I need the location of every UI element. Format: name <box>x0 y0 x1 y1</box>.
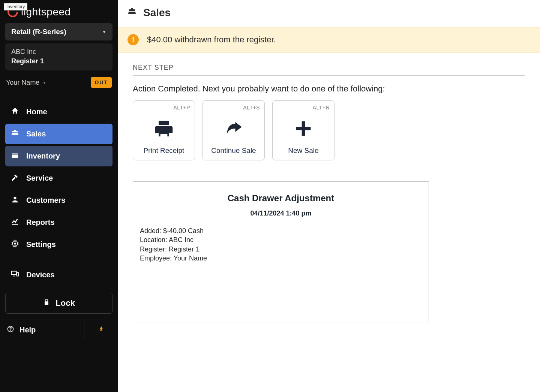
footer-bar: Help <box>0 320 118 340</box>
pin-button[interactable] <box>84 320 118 340</box>
nav-label: Inventory <box>26 152 60 160</box>
content: NEXT STEP Action Completed. Next you pro… <box>118 52 540 338</box>
nav-label: Customers <box>26 196 65 205</box>
shortcut-label: ALT+P <box>173 105 190 111</box>
help-icon <box>7 325 14 335</box>
nav-home[interactable]: Home <box>5 102 112 122</box>
shortcut-label: ALT+S <box>243 105 260 111</box>
nav-label: Sales <box>26 130 46 138</box>
nav-reports[interactable]: Reports <box>5 212 112 233</box>
location-register: Register 1 <box>11 57 106 66</box>
clock-out-button[interactable]: OUT <box>91 77 112 88</box>
nav-label: Service <box>26 174 53 183</box>
nav-sales[interactable]: Sales <box>5 124 112 144</box>
receipt-preview: Cash Drawer Adjustment 04/11/2024 1:40 p… <box>133 181 429 323</box>
help-button[interactable]: Help <box>0 320 84 340</box>
register-icon <box>10 129 20 139</box>
lock-label: Lock <box>56 298 75 308</box>
chart-icon <box>10 217 20 227</box>
warning-icon: ! <box>128 34 139 45</box>
nav-label: Reports <box>26 218 55 227</box>
new-sale-button[interactable]: ALT+N New Sale <box>272 100 334 160</box>
tooltip-inventory: Inventory <box>4 3 27 10</box>
user-icon <box>10 195 20 205</box>
card-label: Continue Sale <box>211 147 256 155</box>
nav-inventory[interactable]: Inventory <box>5 146 112 166</box>
user-menu[interactable]: Your Name ▼ <box>6 79 46 87</box>
receipt-line-register: Register: Register 1 <box>140 245 422 254</box>
shortcut-label: ALT+N <box>313 105 330 111</box>
product-selector[interactable]: Retail (R-Series) ▼ <box>5 23 112 40</box>
lock-icon <box>43 298 50 308</box>
share-arrow-icon <box>222 111 245 147</box>
svg-point-0 <box>14 197 16 199</box>
divider <box>0 96 118 96</box>
alert-banner: ! $40.00 withdrawn from the register. <box>118 27 540 52</box>
user-name-label: Your Name <box>6 79 39 87</box>
gear-icon <box>10 239 20 250</box>
help-label: Help <box>20 326 36 334</box>
receipt-line-location: Location: ABC Inc <box>140 235 422 244</box>
user-row: Your Name ▼ OUT <box>5 75 112 92</box>
receipt-title: Cash Drawer Adjustment <box>140 193 422 203</box>
receipt-line-added: Added: $-40.00 Cash <box>140 226 422 235</box>
box-icon <box>10 151 20 161</box>
caret-down-icon: ▼ <box>102 29 106 34</box>
devices-icon <box>10 270 20 280</box>
brand-name: lightspeed <box>21 6 71 18</box>
alert-text: $40.00 withdrawn from the register. <box>147 35 276 45</box>
caret-down-icon: ▼ <box>42 81 46 85</box>
svg-point-1 <box>14 243 16 245</box>
product-selector-label: Retail (R-Series) <box>11 28 66 36</box>
card-label: Print Receipt <box>144 147 184 155</box>
next-step-heading: NEXT STEP <box>133 64 525 76</box>
action-card-row: ALT+P Print Receipt ALT+S Continue Sale … <box>133 100 525 160</box>
home-icon <box>10 107 20 117</box>
svg-rect-2 <box>12 271 16 275</box>
main-nav: Home Sales Inventory Service <box>0 99 118 285</box>
sidebar: Inventory lightspeed Retail (R-Series) ▼… <box>0 0 118 392</box>
page-title: Sales <box>143 7 171 19</box>
nav-label: Home <box>26 108 47 116</box>
page-header: Sales <box>118 0 540 27</box>
plus-icon <box>294 111 313 147</box>
svg-rect-3 <box>17 273 19 276</box>
receipt-lines: Added: $-40.00 Cash Location: ABC Inc Re… <box>140 226 422 263</box>
hammer-icon <box>10 173 20 183</box>
main-content: Sales ! $40.00 withdrawn from the regist… <box>118 0 540 392</box>
svg-point-5 <box>10 331 11 331</box>
printer-icon <box>153 111 174 147</box>
app-root: Inventory lightspeed Retail (R-Series) ▼… <box>0 0 540 392</box>
nav-label: Devices <box>26 271 55 279</box>
nav-settings[interactable]: Settings <box>5 234 112 255</box>
nav-customers[interactable]: Customers <box>5 190 112 211</box>
receipt-datetime: 04/11/2024 1:40 pm <box>140 209 422 217</box>
nav-service[interactable]: Service <box>5 168 112 189</box>
location-block[interactable]: ABC Inc Register 1 <box>5 43 112 70</box>
print-receipt-button[interactable]: ALT+P Print Receipt <box>133 100 195 160</box>
register-icon <box>128 7 136 18</box>
nav-label: Settings <box>26 240 56 249</box>
lock-button[interactable]: Lock <box>5 293 112 314</box>
receipt-line-employee: Employee: Your Name <box>140 254 422 263</box>
nav-devices[interactable]: Devices <box>5 265 112 285</box>
action-prompt: Action Completed. Next you probably want… <box>133 84 525 94</box>
card-label: New Sale <box>288 147 318 155</box>
location-company: ABC Inc <box>11 47 106 57</box>
continue-sale-button[interactable]: ALT+S Continue Sale <box>202 100 265 160</box>
pin-icon <box>98 326 105 334</box>
spacer <box>5 256 112 263</box>
